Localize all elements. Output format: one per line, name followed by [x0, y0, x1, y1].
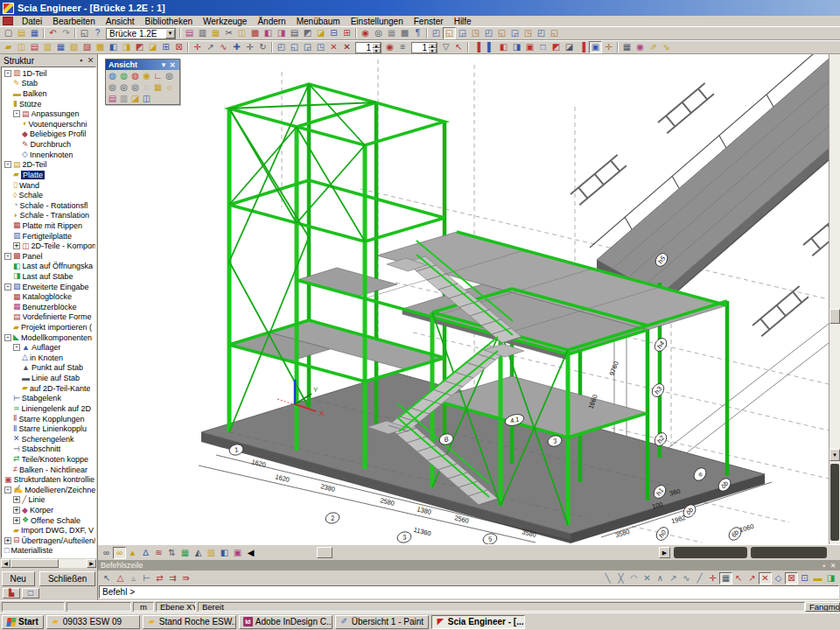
- export-icon[interactable]: ⊟: [327, 27, 340, 39]
- supports-toggle-icon[interactable]: ▲: [126, 547, 139, 559]
- help-icon[interactable]: ?: [91, 27, 104, 39]
- load-case-7-icon[interactable]: ◩: [550, 41, 563, 53]
- document-menu-icon[interactable]: [3, 17, 13, 25]
- window-layout-2-icon[interactable]: ◱: [443, 27, 456, 39]
- document-icon[interactable]: ▦: [209, 27, 222, 39]
- spinner-down-icon[interactable]: ▼: [372, 48, 381, 53]
- menu-item-werkzeuge[interactable]: Werkzeuge: [198, 17, 252, 26]
- snap-cross-icon[interactable]: ╳: [614, 572, 627, 584]
- window-layout-7-icon[interactable]: ◲: [508, 27, 522, 39]
- snap-midpoint-icon[interactable]: ✛: [706, 572, 719, 584]
- tree-item[interactable]: ▣Strukturdaten kontrollie: [2, 474, 95, 485]
- tree-item[interactable]: -▩Panel: [2, 251, 95, 262]
- panel-tool-icon[interactable]: ▩: [94, 41, 107, 53]
- link-view-icon[interactable]: ∞: [100, 547, 113, 559]
- tree-item[interactable]: ◧Last auf Öffnungska: [2, 262, 95, 272]
- grid-icon[interactable]: ▩: [398, 27, 411, 39]
- project-icon[interactable]: ▤: [183, 27, 196, 39]
- expand-toggle-icon[interactable]: -: [4, 253, 11, 260]
- visibility-icon[interactable]: ▤: [107, 93, 118, 104]
- calculator-icon[interactable]: ⊞: [340, 27, 354, 39]
- plate-tool-icon[interactable]: ▥: [41, 41, 54, 53]
- view-z-icon[interactable]: ◍: [130, 70, 141, 81]
- loads-toggle-icon[interactable]: ∆: [139, 547, 152, 559]
- tree-item[interactable]: -▧Erweiterte Eingabe: [2, 282, 95, 292]
- tree-item[interactable]: ⅡStarre Kopplungen: [2, 414, 95, 424]
- delete-icon[interactable]: ✕: [327, 41, 340, 53]
- tree-item[interactable]: ▰Platte: [2, 170, 95, 180]
- load-case-3-icon[interactable]: ◧: [497, 41, 510, 53]
- add-node-icon[interactable]: ✛: [191, 41, 204, 53]
- close-window-icon[interactable]: ◱: [78, 27, 91, 39]
- view-window-2-icon[interactable]: ◱: [288, 41, 301, 53]
- expand-toggle-icon[interactable]: -: [4, 284, 11, 290]
- shrink-toggle-icon[interactable]: ◧: [218, 547, 231, 559]
- tree-item[interactable]: ▲Punkt auf Stab: [2, 363, 95, 374]
- menu-item-hilfe[interactable]: Hilfe: [449, 17, 477, 26]
- printer-icon[interactable]: ▥: [196, 27, 209, 39]
- tree-item[interactable]: ▤Vordefinierte Forme: [2, 312, 95, 323]
- tab-layers[interactable]: ▢: [22, 588, 39, 598]
- polyline-icon[interactable]: ∿: [217, 41, 230, 53]
- light-icon[interactable]: ☼: [164, 81, 175, 93]
- chevron-down-icon[interactable]: ▼: [165, 29, 175, 38]
- snap-diag-icon[interactable]: ╱: [693, 572, 706, 584]
- copy-structure-icon[interactable]: ▰: [2, 41, 15, 53]
- print-preview-icon[interactable]: ▤: [288, 27, 301, 39]
- window-layout-9-icon[interactable]: ◰: [535, 27, 548, 39]
- tree-item[interactable]: ✎Stab: [2, 79, 95, 89]
- close-icon[interactable]: ✕: [86, 56, 95, 65]
- menu-item-fenster[interactable]: Fenster: [409, 17, 449, 26]
- snap-triangle-small-icon[interactable]: ▵: [127, 572, 140, 584]
- beam-tool-icon[interactable]: ◪: [146, 41, 159, 53]
- wall-tool-icon[interactable]: ▦: [54, 41, 67, 53]
- doc-out-icon[interactable]: ⇗: [647, 41, 660, 53]
- expand-toggle-icon[interactable]: -: [13, 110, 20, 117]
- expand-toggle-icon[interactable]: -: [13, 344, 20, 351]
- shell-tool-icon[interactable]: ▧: [67, 41, 80, 53]
- snap-triangle-icon[interactable]: △: [114, 572, 127, 584]
- tree-item[interactable]: ◗Schale - Translation: [2, 211, 95, 221]
- window-layout-3-icon[interactable]: ◲: [456, 27, 469, 39]
- tree-item[interactable]: □Materialliste: [2, 546, 95, 556]
- pointer-icon[interactable]: ↖: [101, 572, 114, 584]
- vscroll-dark-bar[interactable]: [830, 464, 839, 541]
- tree-item[interactable]: +◫2D-Teile - Kompone: [2, 241, 95, 251]
- project-combobox[interactable]: Brücke 1.2E ▼: [106, 28, 176, 39]
- expand-toggle-icon[interactable]: -: [4, 70, 11, 77]
- tree-item[interactable]: -✍Modellieren/Zeichnen: [2, 485, 95, 495]
- menu-item-datei[interactable]: Datei: [17, 17, 47, 26]
- surface-toggle-icon[interactable]: ▦: [178, 547, 192, 559]
- block-tool-icon[interactable]: ◧: [107, 41, 120, 53]
- doc-in-icon[interactable]: ⇘: [660, 41, 673, 53]
- brace-tool-icon[interactable]: ⊠: [172, 41, 186, 53]
- snap-grid-icon[interactable]: ▦: [719, 572, 732, 584]
- menu-item-einstellungen[interactable]: Einstellungen: [346, 17, 409, 26]
- tree-item[interactable]: ✕Scherengelenk: [2, 434, 95, 444]
- tree-item[interactable]: ▥Fertigteilplatte: [2, 231, 95, 242]
- tree-item[interactable]: ▰auf 2D-Teil-Kante: [2, 383, 95, 394]
- scroll-left-icon[interactable]: ◀: [1, 559, 10, 568]
- window-layout-8-icon[interactable]: ◳: [522, 27, 535, 39]
- menu-item-menbaum[interactable]: Menübaum: [291, 17, 346, 26]
- node-tool-icon[interactable]: ◩: [133, 41, 146, 53]
- select-icon[interactable]: ↖: [452, 41, 466, 53]
- expand-toggle-icon[interactable]: +: [4, 537, 11, 544]
- window-layout-1-icon[interactable]: ◰: [430, 27, 443, 39]
- snap-angle-icon[interactable]: ∧: [654, 572, 667, 584]
- erase-icon[interactable]: ✕: [340, 41, 354, 53]
- close-icon[interactable]: ✕: [829, 562, 837, 570]
- menu-item-ndern[interactable]: Ändern: [252, 17, 290, 26]
- expand-toggle-icon[interactable]: +: [13, 507, 20, 514]
- snap-line-icon[interactable]: ╲: [601, 572, 614, 584]
- book-icon[interactable]: ◪: [314, 27, 327, 39]
- close-icon[interactable]: ✕: [168, 61, 177, 69]
- move-icon[interactable]: ✛: [243, 41, 256, 53]
- zoom-out-icon[interactable]: ◎: [118, 81, 130, 93]
- zoom-window-icon[interactable]: ◎: [130, 81, 141, 93]
- open-folder-icon[interactable]: ▤: [15, 27, 28, 39]
- chevron-down-icon[interactable]: ▼: [159, 61, 168, 69]
- tree-item[interactable]: ▬Linie auf Stab: [2, 373, 95, 383]
- expand-toggle-icon[interactable]: -: [4, 486, 11, 494]
- activity-icon[interactable]: ◉: [383, 41, 396, 53]
